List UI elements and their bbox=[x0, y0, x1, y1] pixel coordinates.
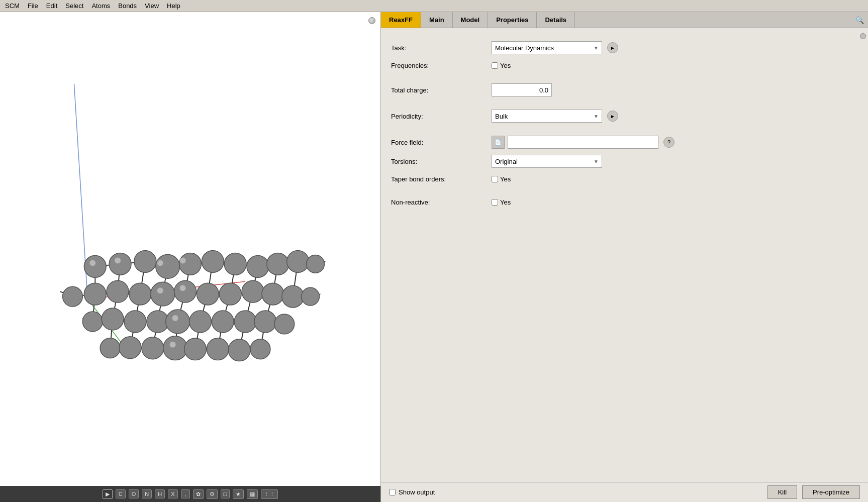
menu-select[interactable]: Select bbox=[62, 1, 86, 11]
toolbar-gear-btn[interactable]: ⚙ bbox=[207, 489, 218, 499]
svg-point-105 bbox=[282, 285, 304, 308]
svg-point-107 bbox=[82, 312, 103, 332]
total-charge-control bbox=[492, 83, 858, 96]
periodicity-row: Periodicity: Bulk ▼ ► bbox=[381, 107, 868, 126]
kill-button[interactable]: Kill bbox=[767, 485, 797, 499]
frequencies-label: Frequencies: bbox=[391, 62, 492, 69]
task-row: Task: Molecular Dynamics ▼ ► bbox=[381, 38, 868, 57]
toolbar-c-btn[interactable]: C bbox=[116, 489, 126, 498]
toolbar-dots-btn[interactable]: ⋮⋮ bbox=[261, 489, 278, 499]
task-dropdown[interactable]: Molecular Dynamics ▼ bbox=[492, 41, 602, 54]
viewer-canvas[interactable] bbox=[0, 12, 380, 486]
frequencies-checkbox[interactable] bbox=[492, 62, 498, 69]
periodicity-dropdown-arrow: ▼ bbox=[594, 114, 599, 119]
torsions-dropdown[interactable]: Original ▼ bbox=[492, 155, 602, 168]
tab-reaxff[interactable]: ReaxFF bbox=[381, 12, 421, 28]
svg-point-108 bbox=[102, 308, 124, 330]
frequencies-row: Frequencies: Yes bbox=[381, 57, 868, 73]
menu-scm[interactable]: SCM bbox=[2, 1, 23, 11]
toolbar-rect-btn[interactable]: □ bbox=[221, 489, 230, 498]
molecule-svg bbox=[0, 12, 380, 486]
periodicity-dropdown-text: Bulk bbox=[495, 113, 592, 120]
toolbar-o-btn[interactable]: O bbox=[129, 489, 139, 498]
periodicity-dropdown[interactable]: Bulk ▼ bbox=[492, 110, 602, 123]
viewer-toolbar: ▶ C O N H X , ✿ ⚙ □ ★ ▦ ⋮⋮ bbox=[0, 486, 380, 502]
svg-point-95 bbox=[63, 286, 83, 307]
menu-bonds[interactable]: Bonds bbox=[115, 1, 140, 11]
tab-model[interactable]: Model bbox=[453, 12, 489, 28]
menu-file[interactable]: File bbox=[25, 1, 41, 11]
taper-bond-checkbox[interactable] bbox=[492, 176, 498, 182]
svg-point-84 bbox=[84, 255, 106, 277]
toolbar-grid-btn[interactable]: ▦ bbox=[247, 489, 258, 499]
non-reactive-label: Non-reactive: bbox=[391, 198, 492, 206]
svg-point-90 bbox=[224, 253, 246, 275]
search-icon[interactable]: 🔍 bbox=[855, 16, 864, 24]
svg-point-106 bbox=[302, 287, 320, 306]
menu-help[interactable]: Help bbox=[164, 1, 183, 11]
non-reactive-checkbox[interactable] bbox=[492, 199, 498, 206]
periodicity-control: Bulk ▼ ► bbox=[492, 110, 858, 123]
task-label: Task: bbox=[391, 44, 492, 52]
toolbar-flower-btn[interactable]: ✿ bbox=[193, 489, 204, 499]
svg-point-91 bbox=[247, 255, 269, 277]
force-field-help-btn[interactable]: ? bbox=[663, 137, 674, 148]
svg-point-122 bbox=[207, 338, 229, 360]
toolbar-cursor-btn[interactable]: ▶ bbox=[103, 489, 113, 499]
svg-point-96 bbox=[84, 283, 106, 305]
svg-point-128 bbox=[180, 257, 186, 263]
frequencies-checkbox-container: Yes bbox=[492, 62, 511, 69]
svg-point-85 bbox=[109, 253, 131, 275]
task-dropdown-arrow: ▼ bbox=[594, 45, 599, 51]
svg-point-116 bbox=[274, 314, 295, 334]
toolbar-x-btn[interactable]: X bbox=[168, 489, 177, 498]
toolbar-star-btn[interactable]: ★ bbox=[233, 489, 244, 499]
tab-details[interactable]: Details bbox=[537, 12, 575, 28]
force-field-row: Force field: 📄 ? bbox=[381, 133, 868, 152]
tab-properties[interactable]: Properties bbox=[488, 12, 537, 28]
svg-point-113 bbox=[212, 311, 234, 333]
task-dropdown-text: Molecular Dynamics bbox=[495, 44, 592, 52]
force-field-folder-btn[interactable]: 📄 bbox=[492, 136, 505, 149]
svg-point-125 bbox=[89, 260, 95, 266]
svg-point-126 bbox=[115, 257, 121, 263]
svg-point-123 bbox=[228, 339, 250, 361]
svg-point-119 bbox=[142, 337, 164, 359]
frequencies-checkbox-label: Yes bbox=[500, 62, 511, 69]
total-charge-label: Total charge: bbox=[391, 86, 492, 94]
svg-point-127 bbox=[157, 260, 163, 266]
svg-point-115 bbox=[254, 311, 276, 333]
task-nav-btn[interactable]: ► bbox=[607, 42, 618, 53]
taper-bond-row: Taper bond orders: Yes bbox=[381, 171, 868, 187]
non-reactive-checkbox-label: Yes bbox=[500, 198, 511, 206]
toolbar-comma-btn[interactable]: , bbox=[181, 489, 190, 498]
menu-atoms[interactable]: Atoms bbox=[88, 1, 113, 11]
force-field-input[interactable] bbox=[508, 136, 658, 149]
menu-view[interactable]: View bbox=[142, 1, 162, 11]
svg-point-109 bbox=[124, 311, 146, 333]
pre-optimize-button[interactable]: Pre-optimize bbox=[802, 485, 860, 499]
svg-point-121 bbox=[184, 338, 207, 360]
bottom-bar: Show output Kill Pre-optimize bbox=[381, 482, 868, 502]
svg-point-98 bbox=[129, 283, 151, 305]
svg-point-92 bbox=[267, 253, 289, 275]
svg-point-114 bbox=[234, 311, 256, 333]
svg-point-102 bbox=[219, 283, 241, 305]
toolbar-h-btn[interactable]: H bbox=[155, 489, 165, 498]
taper-bond-checkbox-label: Yes bbox=[500, 175, 511, 183]
tab-main[interactable]: Main bbox=[421, 12, 453, 28]
svg-point-112 bbox=[189, 311, 212, 333]
svg-point-131 bbox=[172, 315, 178, 321]
periodicity-nav-btn[interactable]: ► bbox=[607, 111, 618, 122]
non-reactive-checkbox-container: Yes bbox=[492, 198, 511, 206]
show-output-checkbox[interactable] bbox=[389, 489, 396, 495]
menu-edit[interactable]: Edit bbox=[43, 1, 60, 11]
total-charge-input[interactable] bbox=[492, 83, 552, 96]
toolbar-n-btn[interactable]: N bbox=[142, 489, 152, 498]
svg-point-132 bbox=[170, 342, 176, 348]
svg-point-104 bbox=[262, 283, 284, 305]
torsions-control: Original ▼ bbox=[492, 155, 858, 168]
svg-point-99 bbox=[151, 282, 175, 306]
force-field-control: 📄 ? bbox=[492, 136, 858, 149]
torsions-dropdown-text: Original bbox=[495, 158, 592, 165]
